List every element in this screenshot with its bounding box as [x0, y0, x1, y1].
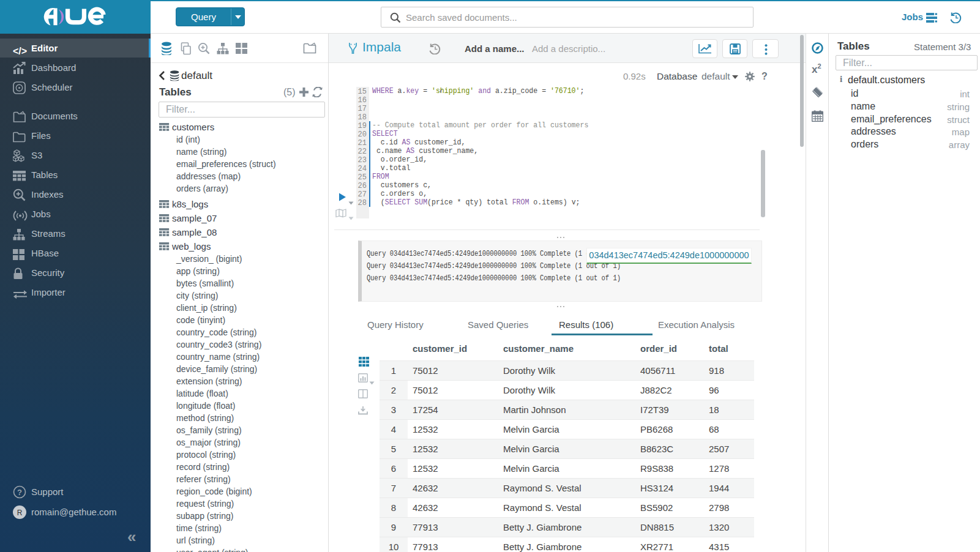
svg-text:?: ?: [17, 488, 22, 497]
svg-text:R: R: [17, 509, 23, 517]
